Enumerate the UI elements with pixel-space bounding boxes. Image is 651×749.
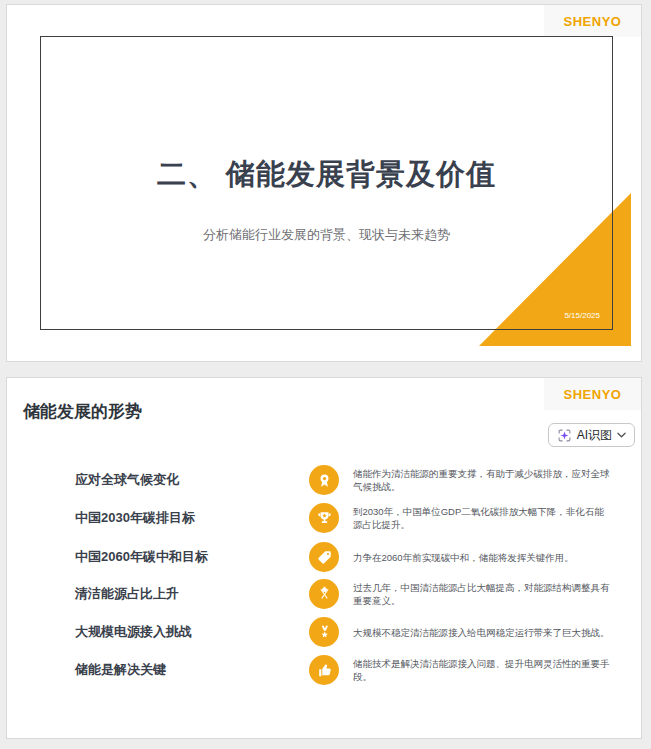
feature-description: 储能技术是解决清洁能源接入问题、提升电网灵活性的重要手段。	[353, 657, 612, 683]
medal-icon	[309, 617, 339, 647]
thumbs-up-icon	[309, 655, 339, 685]
feature-row: 中国2030年碳排目标 到2030年，中国单位GDP二氧化碳排放大幅下降，非化石…	[7, 499, 641, 537]
feature-label: 储能是解决关键	[75, 661, 295, 679]
feature-row: 清洁能源占比上升 过去几年，中国清洁能源占比大幅提高，对能源结构调整具有重要意义…	[7, 575, 641, 613]
slide-card-1[interactable]: SHENYO 二、 储能发展背景及价值 分析储能行业发展的背景、现状与未来趋势 …	[6, 4, 642, 362]
ai-scan-sparkle-icon	[557, 428, 572, 443]
page: { "colors": { "accent": "#F2A816", "bran…	[0, 0, 651, 749]
feature-row: 大规模电源接入挑战 大规模不稳定清洁能源接入给电网稳定运行带来了巨大挑战。	[7, 613, 641, 651]
slide-date: 5/15/2025	[552, 311, 600, 320]
award-rosette-icon	[309, 465, 339, 495]
slide-title: 二、 储能发展背景及价值	[40, 155, 613, 195]
feature-description: 到2030年，中国单位GDP二氧化碳排放大幅下降，非化石能源占比提升。	[353, 505, 612, 531]
feature-description: 大规模不稳定清洁能源接入给电网稳定运行带来了巨大挑战。	[353, 626, 612, 639]
feature-row: 储能是解决关键 储能技术是解决清洁能源接入问题、提升电网灵活性的重要手段。	[7, 651, 641, 689]
chevron-down-icon	[617, 432, 626, 438]
feature-description: 储能作为清洁能源的重要支撑，有助于减少碳排放，应对全球气候挑战。	[353, 467, 612, 493]
feature-label: 大规模电源接入挑战	[75, 623, 295, 641]
feature-label: 应对全球气候变化	[75, 471, 295, 489]
slide-subtitle: 分析储能行业发展的背景、现状与未来趋势	[40, 226, 613, 244]
brand-logo-block: SHENYO	[544, 378, 641, 410]
brand-logo: SHENYO	[564, 387, 622, 402]
slide-card-2[interactable]: SHENYO 储能发展的形势 AI识图 应对全球气候变化 储能作为清洁能源的重要…	[6, 377, 642, 739]
trophy-icon	[309, 503, 339, 533]
brand-logo-block: SHENYO	[544, 5, 641, 37]
feature-label: 清洁能源占比上升	[75, 585, 295, 603]
ai-button-label: AI识图	[577, 427, 612, 444]
feature-row: 中国2060年碳中和目标 力争在2060年前实现碳中和，储能将发挥关键作用。	[7, 538, 641, 576]
feature-label: 中国2060年碳中和目标	[75, 548, 295, 566]
tag-icon	[309, 542, 339, 572]
feature-description: 力争在2060年前实现碳中和，储能将发挥关键作用。	[353, 551, 612, 564]
brand-logo: SHENYO	[564, 14, 622, 29]
feature-label: 中国2030年碳排目标	[75, 509, 295, 527]
crossed-flags-icon	[309, 579, 339, 609]
feature-row: 应对全球气候变化 储能作为清洁能源的重要支撑，有助于减少碳排放，应对全球气候挑战…	[7, 461, 641, 499]
feature-description: 过去几年，中国清洁能源占比大幅提高，对能源结构调整具有重要意义。	[353, 581, 612, 607]
ai-recognize-button[interactable]: AI识图	[548, 423, 635, 447]
page-title: 储能发展的形势	[23, 400, 142, 423]
